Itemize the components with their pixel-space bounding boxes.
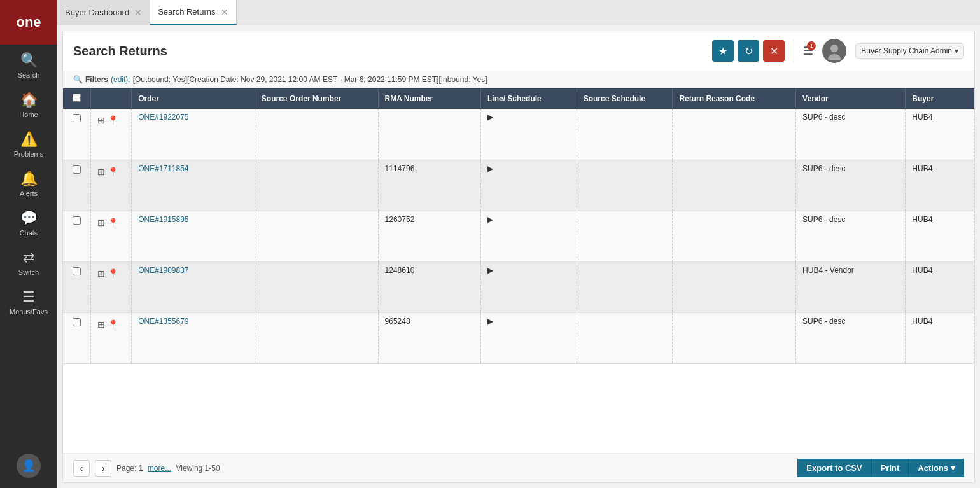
line-cell: ▶ xyxy=(481,312,577,363)
more-pages-link[interactable]: more... xyxy=(148,464,171,473)
buyer-cell: HUB4 xyxy=(906,160,974,211)
row-checkbox[interactable] xyxy=(73,165,81,174)
favorite-button[interactable]: ★ xyxy=(712,40,734,62)
row-checkbox[interactable] xyxy=(73,216,81,225)
vendor-cell: SUP6 - desc xyxy=(796,211,906,261)
sidebar-item-label: Problems xyxy=(14,150,43,158)
table-container[interactable]: Order Source Order Number RMA Number Lin… xyxy=(63,88,974,453)
row-checkbox-cell xyxy=(63,261,90,312)
filters-bar: 🔍 Filters (edit): [Outbound: Yes][Creati… xyxy=(63,71,974,88)
checkbox-column-header[interactable] xyxy=(63,88,90,109)
buyer-column-header[interactable]: Buyer xyxy=(906,88,974,109)
source-schedule-cell xyxy=(577,160,673,211)
sidebar-item-label: Chats xyxy=(20,229,38,237)
source-schedule-cell xyxy=(577,261,673,312)
header-actions: ★ ↻ ✕ ☰ 1 Buyer Supply Chain Admin ▾ xyxy=(712,39,964,63)
buyer-cell: HUB4 xyxy=(906,109,974,160)
user-dropdown[interactable]: Buyer Supply Chain Admin ▾ xyxy=(855,43,964,59)
buyer-cell: HUB4 xyxy=(906,312,974,363)
row-action-icons: ⊞ 📍 xyxy=(90,109,132,160)
select-all-checkbox[interactable] xyxy=(73,94,81,102)
location-icon[interactable]: 📍 xyxy=(108,115,118,125)
sidebar-item-label: Switch xyxy=(18,268,39,276)
actions-button[interactable]: Actions ▾ xyxy=(908,459,964,477)
order-link[interactable]: ONE#1355679 xyxy=(138,317,188,326)
source-order-column-header[interactable]: Source Order Number xyxy=(255,88,378,109)
row-checkbox-cell xyxy=(63,211,90,261)
filters-edit-link[interactable]: (edit): xyxy=(111,75,130,84)
location-icon[interactable]: 📍 xyxy=(108,319,118,330)
order-link[interactable]: ONE#1922075 xyxy=(138,113,188,122)
rma-column-header[interactable]: RMA Number xyxy=(378,88,480,109)
sidebar-item-home[interactable]: 🏠 Home xyxy=(0,84,57,123)
table-body: ⊞ 📍 ONE#1922075 ▶ SUP6 - desc HUB4 ⊞ 📍 xyxy=(63,109,974,363)
grid-icon[interactable]: ⊞ xyxy=(97,268,105,279)
buyer-cell: HUB4 xyxy=(906,261,974,312)
line-cell: ▶ xyxy=(481,211,577,261)
page-info: Page: 1 more... Viewing 1-50 xyxy=(116,464,220,473)
rma-cell: 965248 xyxy=(378,312,480,363)
grid-icon[interactable]: ⊞ xyxy=(97,167,105,177)
export-csv-button[interactable]: Export to CSV xyxy=(797,459,871,477)
row-checkbox[interactable] xyxy=(73,114,81,122)
vendor-column-header[interactable]: Vendor xyxy=(796,88,906,109)
close-tab-icon[interactable]: ✕ xyxy=(221,8,228,17)
home-icon: 🏠 xyxy=(20,92,38,108)
order-link[interactable]: ONE#1909837 xyxy=(138,266,188,275)
order-link[interactable]: ONE#1711854 xyxy=(138,164,188,173)
grid-icon[interactable]: ⊞ xyxy=(97,218,105,228)
footer: ‹ › Page: 1 more... Viewing 1-50 Export … xyxy=(63,453,974,482)
tab-search-returns[interactable]: Search Returns ✕ xyxy=(150,0,236,25)
sidebar-item-label: Search xyxy=(18,71,40,79)
warning-icon: ⚠️ xyxy=(20,131,38,148)
sidebar-item-problems[interactable]: ⚠️ Problems xyxy=(0,123,57,163)
order-cell: ONE#1355679 xyxy=(132,312,255,363)
grid-icon[interactable]: ⊞ xyxy=(97,115,105,125)
close-page-button[interactable]: ✕ xyxy=(763,40,785,62)
row-checkbox-cell xyxy=(63,109,90,160)
location-icon[interactable]: 📍 xyxy=(108,218,118,228)
reason-column-header[interactable]: Return Reason Code xyxy=(673,88,796,109)
source-schedule-column-header[interactable]: Source Schedule xyxy=(577,88,673,109)
row-action-icons: ⊞ 📍 xyxy=(90,312,132,363)
close-tab-icon[interactable]: ✕ xyxy=(134,8,142,17)
location-icon[interactable]: 📍 xyxy=(108,167,118,177)
rma-cell xyxy=(378,109,480,160)
line-column-header[interactable]: Line/ Schedule xyxy=(481,88,577,109)
notifications-button[interactable]: ☰ 1 xyxy=(803,44,813,58)
table-header-row: Order Source Order Number RMA Number Lin… xyxy=(63,88,974,109)
filter-icon: 🔍 xyxy=(73,75,83,84)
grid-icon[interactable]: ⊞ xyxy=(97,319,105,330)
rma-cell: 1248610 xyxy=(378,261,480,312)
tab-buyer-dashboard[interactable]: Buyer Dashboard ✕ xyxy=(57,0,150,25)
sidebar-item-switch[interactable]: ⇄ Switch xyxy=(0,242,57,281)
refresh-button[interactable]: ↻ xyxy=(738,40,759,62)
row-checkbox[interactable] xyxy=(73,267,81,275)
location-icon[interactable]: 📍 xyxy=(108,268,118,279)
page-header: Search Returns ★ ↻ ✕ ☰ 1 Buyer Supply xyxy=(63,31,974,71)
main-area: Buyer Dashboard ✕ Search Returns ✕ Searc… xyxy=(57,0,980,488)
print-button[interactable]: Print xyxy=(871,459,909,477)
vendor-cell: SUP6 - desc xyxy=(796,160,906,211)
prev-page-button[interactable]: ‹ xyxy=(73,460,90,477)
order-column-header[interactable]: Order xyxy=(132,88,255,109)
chevron-down-icon: ▾ xyxy=(951,463,955,473)
source-order-cell xyxy=(255,160,378,211)
source-order-cell xyxy=(255,109,378,160)
reason-cell xyxy=(673,261,796,312)
row-action-icons: ⊞ 📍 xyxy=(90,261,132,312)
chevron-down-icon: ▾ xyxy=(955,46,958,55)
row-action-icons: ⊞ 📍 xyxy=(90,211,132,261)
tab-label: Search Returns xyxy=(158,7,215,17)
sidebar-item-search[interactable]: 🔍 Search xyxy=(0,45,57,84)
sidebar-item-chats[interactable]: 💬 Chats xyxy=(0,202,57,242)
next-page-button[interactable]: › xyxy=(95,460,111,477)
sidebar-item-user-avatar[interactable]: 👤 xyxy=(0,446,57,483)
order-cell: ONE#1922075 xyxy=(132,109,255,160)
order-link[interactable]: ONE#1915895 xyxy=(138,215,188,224)
sidebar-item-menus[interactable]: ☰ Menus/Favs xyxy=(0,281,57,321)
sidebar-item-alerts[interactable]: 🔔 Alerts xyxy=(0,163,57,202)
svg-point-1 xyxy=(828,54,841,60)
line-cell: ▶ xyxy=(481,109,577,160)
row-checkbox[interactable] xyxy=(73,318,81,326)
